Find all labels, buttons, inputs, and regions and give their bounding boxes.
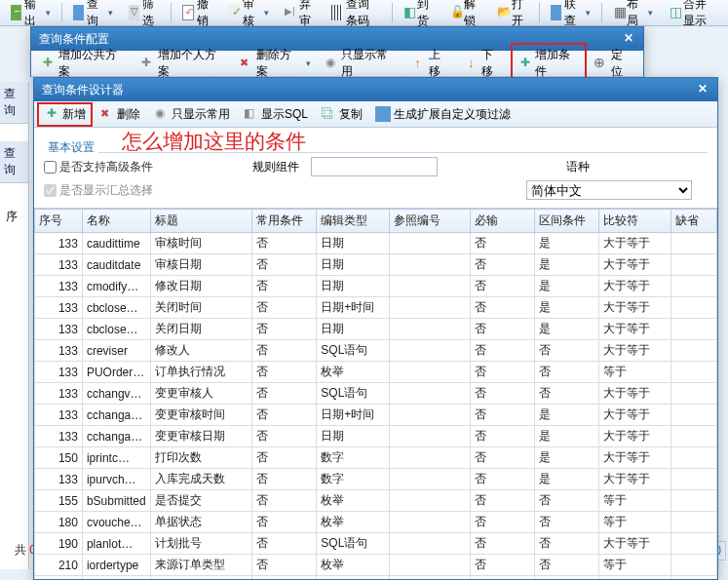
col-header[interactable]: 常用条件 bbox=[252, 210, 317, 233]
cell[interactable]: 否 bbox=[252, 447, 317, 469]
cell[interactable]: 打印次数 bbox=[151, 447, 252, 469]
cell[interactable] bbox=[389, 405, 470, 426]
cell[interactable]: 190 bbox=[35, 533, 83, 555]
cell[interactable]: 是 bbox=[534, 426, 598, 447]
cell[interactable]: 否 bbox=[470, 383, 534, 405]
cell[interactable]: 133 bbox=[35, 383, 83, 405]
cell[interactable]: 否 bbox=[252, 254, 317, 276]
cell[interactable] bbox=[389, 340, 470, 362]
cell[interactable]: 是 bbox=[534, 405, 598, 426]
cell[interactable]: cchangv… bbox=[82, 383, 150, 405]
cell[interactable]: 否 bbox=[470, 405, 534, 426]
cell[interactable]: 大于等于 bbox=[598, 447, 671, 469]
cell[interactable]: 关闭日期 bbox=[151, 319, 252, 340]
cell[interactable]: 180 bbox=[35, 512, 83, 533]
cell[interactable]: 150 bbox=[35, 447, 83, 469]
cell[interactable]: 否 bbox=[252, 383, 317, 405]
cell[interactable]: 否 bbox=[534, 490, 598, 512]
cell[interactable]: 订单执行情况 bbox=[151, 362, 252, 383]
table-row[interactable]: 133caudittime审核时间否日期否是大于等于 bbox=[35, 233, 717, 254]
table-row[interactable]: 133cchangv…变更审核人否SQL语句否否大于等于 bbox=[35, 383, 717, 405]
cell[interactable]: 否 bbox=[534, 533, 598, 555]
cell[interactable]: 否 bbox=[252, 405, 317, 426]
cell[interactable]: 否 bbox=[470, 490, 534, 512]
cell[interactable]: 日期 bbox=[317, 319, 389, 340]
cell[interactable] bbox=[389, 576, 470, 580]
cell[interactable]: 是 bbox=[534, 233, 598, 254]
cell[interactable]: planlot… bbox=[82, 533, 150, 555]
cell[interactable]: 133 bbox=[35, 254, 83, 276]
col-header[interactable]: 缺省 bbox=[671, 210, 717, 233]
cell[interactable]: 是否提交 bbox=[151, 490, 252, 512]
table-row[interactable]: 155bSubmitted是否提交否枚举否否等于 bbox=[35, 490, 717, 512]
cell[interactable]: 否 bbox=[534, 555, 598, 576]
cell[interactable]: 否 bbox=[252, 297, 317, 319]
cell[interactable]: 否 bbox=[470, 233, 534, 254]
cell[interactable]: 大于等于 bbox=[598, 254, 671, 276]
cell[interactable]: 否 bbox=[470, 447, 534, 469]
cell[interactable]: 枚举 bbox=[317, 512, 389, 533]
table-row[interactable]: 220csoorde…来源订单号否SQL语句否否大于等于 bbox=[35, 576, 717, 580]
cell[interactable]: 大于等于 bbox=[598, 233, 671, 254]
cell[interactable]: 大于等于 bbox=[598, 297, 671, 319]
cell[interactable]: 日期 bbox=[317, 233, 389, 254]
cell[interactable]: 修改人 bbox=[151, 340, 252, 362]
delete-button[interactable]: 删除 bbox=[93, 103, 146, 126]
cell[interactable]: 否 bbox=[252, 362, 317, 383]
table-row[interactable]: 150iprintc…打印次数否数字否是大于等于 bbox=[35, 447, 717, 469]
cell[interactable] bbox=[671, 276, 717, 297]
cell[interactable]: 否 bbox=[470, 276, 534, 297]
cell[interactable]: 关闭时间 bbox=[151, 297, 252, 319]
cell[interactable] bbox=[671, 512, 717, 533]
cell[interactable] bbox=[671, 447, 717, 469]
cell[interactable] bbox=[671, 555, 717, 576]
cell[interactable]: 否 bbox=[252, 533, 317, 555]
cell[interactable] bbox=[389, 469, 470, 490]
col-header[interactable]: 比较符 bbox=[598, 210, 671, 233]
table-row[interactable]: 133cauditdate审核日期否日期否是大于等于 bbox=[35, 254, 717, 276]
cell[interactable]: 否 bbox=[470, 512, 534, 533]
merge-button[interactable]: 合并显示 bbox=[662, 0, 724, 32]
cell[interactable]: 变更审核人 bbox=[151, 383, 252, 405]
grid-container[interactable]: 序号名称标题常用条件编辑类型参照编号必输区间条件比较符缺省 133cauditt… bbox=[34, 208, 717, 579]
cell[interactable] bbox=[671, 426, 717, 447]
only-common-button[interactable]: 只显示常用 bbox=[147, 103, 236, 126]
cell[interactable] bbox=[671, 254, 717, 276]
add-button[interactable]: 新增 bbox=[38, 103, 92, 126]
adv-cond-checkbox[interactable]: 是否支持高级条件 bbox=[44, 159, 153, 175]
cell[interactable]: 否 bbox=[534, 383, 598, 405]
show-sql-button[interactable]: 显示SQL bbox=[237, 103, 314, 126]
cell[interactable]: 日期+时间 bbox=[317, 405, 389, 426]
cell[interactable]: 大于等于 bbox=[598, 533, 671, 555]
cell[interactable]: 是 bbox=[534, 447, 598, 469]
cell[interactable]: 大于等于 bbox=[598, 383, 671, 405]
table-row[interactable]: 210iordertype来源订单类型否枚举否否等于 bbox=[35, 555, 717, 576]
cell[interactable]: 133 bbox=[35, 319, 83, 340]
cell[interactable]: 133 bbox=[35, 426, 83, 447]
cell[interactable]: iordertype bbox=[82, 555, 150, 576]
table-row[interactable]: 133cbclose…关闭时间否日期+时间否是大于等于 bbox=[35, 297, 717, 319]
cell[interactable]: 否 bbox=[470, 533, 534, 555]
cell[interactable]: SQL语句 bbox=[317, 340, 389, 362]
cell[interactable]: 否 bbox=[470, 576, 534, 580]
table-row[interactable]: 133PUOrder…订单执行情况否枚举否否等于 bbox=[35, 362, 717, 383]
cell[interactable]: cbclose… bbox=[82, 319, 150, 340]
cell[interactable] bbox=[389, 490, 470, 512]
col-header[interactable]: 必输 bbox=[470, 210, 534, 233]
cell[interactable] bbox=[671, 490, 717, 512]
cell[interactable]: cchanga… bbox=[82, 405, 150, 426]
cell[interactable]: 否 bbox=[534, 362, 598, 383]
close-icon[interactable]: ✕ bbox=[694, 82, 711, 97]
cell[interactable]: SQL语句 bbox=[317, 383, 389, 405]
cell[interactable]: 审核时间 bbox=[151, 233, 252, 254]
cell[interactable] bbox=[389, 319, 470, 340]
cell[interactable]: 是 bbox=[534, 254, 598, 276]
cell[interactable]: 枚举 bbox=[317, 490, 389, 512]
cell[interactable]: 日期+时间 bbox=[317, 297, 389, 319]
cell[interactable]: 入库完成天数 bbox=[151, 469, 252, 490]
cell[interactable]: 大于等于 bbox=[598, 340, 671, 362]
cell[interactable]: 133 bbox=[35, 469, 83, 490]
cell[interactable]: 否 bbox=[470, 426, 534, 447]
table-row[interactable]: 133cchanga…变更审核日期否日期否是大于等于 bbox=[35, 426, 717, 447]
cell[interactable] bbox=[389, 383, 470, 405]
